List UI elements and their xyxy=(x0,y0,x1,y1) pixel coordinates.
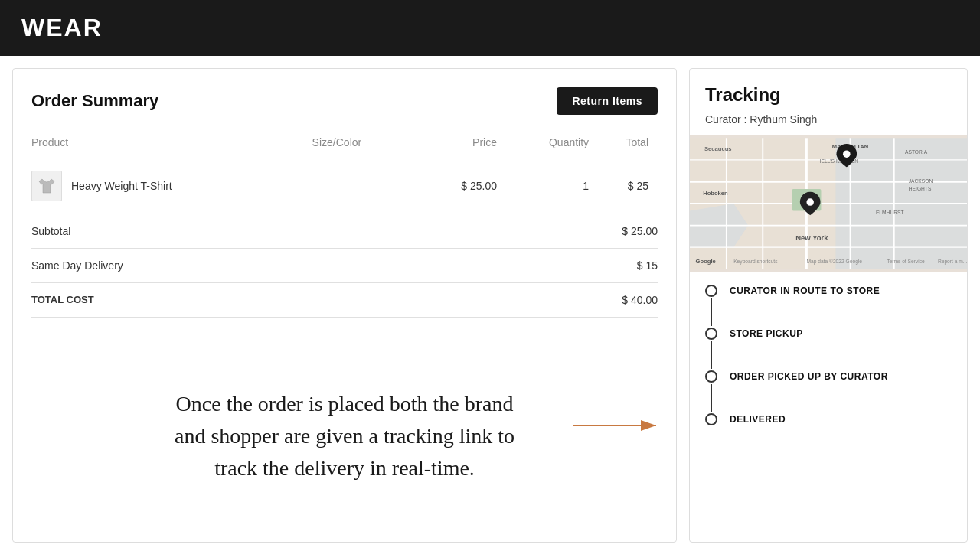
svg-text:ELMHURST: ELMHURST xyxy=(876,210,904,215)
app-header: WEAR xyxy=(0,0,980,56)
tracking-title: Tracking xyxy=(690,69,967,113)
tracking-step-3: ORDER PICKED UP BY CURATOR xyxy=(705,370,952,413)
step-line-2 xyxy=(710,341,712,369)
subtotal-row: Subtotal $ 25.00 xyxy=(31,214,658,249)
svg-text:New York: New York xyxy=(795,233,828,242)
step-indicator-2 xyxy=(705,328,717,370)
step-label-2: STORE PICKUP xyxy=(730,328,803,340)
svg-text:Hoboken: Hoboken xyxy=(703,190,728,197)
svg-text:Report a m...: Report a m... xyxy=(938,259,967,265)
return-items-button[interactable]: Return Items xyxy=(557,87,658,115)
tracking-step-1: CURATOR IN ROUTE TO STORE xyxy=(705,285,952,328)
delivery-label: Same Day Delivery xyxy=(31,259,123,272)
step-label-1: CURATOR IN ROUTE TO STORE xyxy=(730,285,880,297)
order-table: Product Size/Color Price Quantity Total xyxy=(31,136,658,214)
step-indicator-3 xyxy=(705,370,717,413)
product-image xyxy=(31,171,62,201)
step-line-3 xyxy=(710,384,712,412)
svg-text:Secaucus: Secaucus xyxy=(704,145,732,152)
map-svg: Secaucus MANHATTAN HELL'S KITCHEN ASTORI… xyxy=(690,135,967,272)
product-total: $ 25 xyxy=(598,158,658,214)
svg-text:Google: Google xyxy=(696,258,716,265)
svg-point-23 xyxy=(843,150,851,158)
total-value: $ 40.00 xyxy=(622,294,658,306)
delivery-value: $ 15 xyxy=(637,259,658,272)
step-indicator-1 xyxy=(705,285,717,328)
product-name: Heavy Weight T-Shirt xyxy=(71,180,172,192)
product-price: $ 25.00 xyxy=(422,158,506,214)
svg-text:JACKSON: JACKSON xyxy=(909,178,933,184)
summary-section: Subtotal $ 25.00 Same Day Delivery $ 15 … xyxy=(31,214,658,318)
left-panel: Order Summary Return Items Product Size/… xyxy=(12,68,677,543)
delivery-row: Same Day Delivery $ 15 xyxy=(31,249,658,283)
app-logo: WEAR xyxy=(21,14,103,42)
col-total: Total xyxy=(598,136,658,158)
col-size-color: Size/Color xyxy=(312,136,422,158)
svg-text:ASTORIA: ASTORIA xyxy=(905,149,928,155)
subtotal-value: $ 25.00 xyxy=(622,225,658,237)
total-row: TOTAL COST $ 40.00 xyxy=(31,283,658,318)
svg-text:Terms of Service: Terms of Service xyxy=(887,259,925,264)
subtotal-label: Subtotal xyxy=(31,225,70,237)
step-label-3: ORDER PICKED UP BY CURATOR xyxy=(730,370,888,383)
col-product: Product xyxy=(31,136,312,158)
col-price: Price xyxy=(422,136,506,158)
svg-text:HEIGHTS: HEIGHTS xyxy=(909,186,932,191)
right-panel: Tracking Curator : Rythum Singh xyxy=(689,68,968,543)
map-container: Secaucus MANHATTAN HELL'S KITCHEN ASTORI… xyxy=(690,135,967,272)
svg-text:Keyboard shortcuts: Keyboard shortcuts xyxy=(733,259,778,265)
tracking-steps: CURATOR IN ROUTE TO STORE STORE PICKUP O… xyxy=(690,272,967,438)
main-content: Order Summary Return Items Product Size/… xyxy=(0,56,980,551)
promo-text: Once the order is placed both the brand … xyxy=(161,388,528,484)
tracking-step-4: DELIVERED xyxy=(705,413,952,425)
step-line-1 xyxy=(710,298,712,326)
step-label-4: DELIVERED xyxy=(730,413,786,425)
col-quantity: Quantity xyxy=(506,136,598,158)
order-header: Order Summary Return Items xyxy=(31,87,658,115)
order-summary-title: Order Summary xyxy=(31,91,158,111)
step-circle-3 xyxy=(705,370,717,383)
total-label: TOTAL COST xyxy=(31,294,94,306)
svg-text:Map data ©2022 Google: Map data ©2022 Google xyxy=(806,259,862,265)
step-circle-2 xyxy=(705,328,717,340)
step-circle-4 xyxy=(705,413,717,425)
curator-info: Curator : Rythum Singh xyxy=(690,113,967,135)
tracking-step-2: STORE PICKUP xyxy=(705,328,952,370)
arrow-icon xyxy=(573,410,665,441)
product-cell: Heavy Weight T-Shirt xyxy=(31,158,312,214)
step-circle-1 xyxy=(705,285,717,297)
step-indicator-4 xyxy=(705,413,717,425)
table-row: Heavy Weight T-Shirt $ 25.00 1 $ 25 xyxy=(31,158,658,214)
product-size-color xyxy=(312,158,422,214)
product-quantity: 1 xyxy=(506,158,598,214)
svg-point-24 xyxy=(806,198,814,206)
